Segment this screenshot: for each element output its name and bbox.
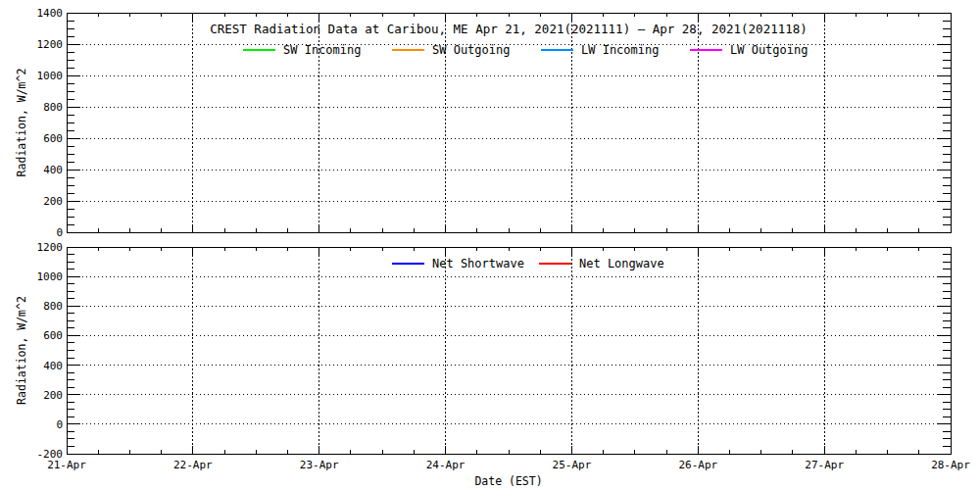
- y-tick-label: 1000: [37, 70, 64, 82]
- y-tick-label: 600: [43, 132, 63, 145]
- legend-item-sw-outgoing: SW Outgoing: [392, 43, 510, 57]
- x-tick-label: 28-Apr: [931, 459, 970, 471]
- x-ticks: [67, 247, 951, 454]
- plot-border: [67, 247, 951, 454]
- legend-label-lw-incoming: LW Incoming: [581, 43, 659, 57]
- y-tick-label: 1200: [37, 38, 64, 51]
- panel-text: 0200400600800100012001400Radiation, W/m^…: [15, 7, 808, 239]
- y-tick-label: 0: [56, 226, 63, 239]
- legend-label-lw-outgoing: LW Outgoing: [730, 43, 808, 57]
- y-tick-label: 400: [43, 360, 63, 372]
- legend-item-lw-outgoing: LW Outgoing: [690, 43, 808, 57]
- x-tick-label: 23-Apr: [300, 459, 339, 471]
- y-axis-label: Radiation, W/m^2: [15, 296, 28, 405]
- legend-item-lw-incoming: LW Incoming: [541, 43, 659, 57]
- gridlines-horizontal: [67, 276, 951, 424]
- y-tick-label: 1200: [37, 241, 64, 254]
- y-tick-label: 0: [56, 418, 63, 431]
- y-tick-label: 800: [43, 300, 63, 313]
- radiation-figure: 0200400600800100012001400Radiation, W/m^…: [0, 0, 980, 490]
- legend-label-sw-incoming: SW Incoming: [283, 43, 361, 57]
- legend-label-net-longwave: Net Longwave: [579, 257, 664, 270]
- x-tick-label: 21-Apr: [47, 459, 86, 471]
- x-axis-label: Date (EST): [474, 474, 542, 488]
- y-ticks: [67, 247, 951, 454]
- gridlines-horizontal: [67, 44, 951, 201]
- y-tick-label: 200: [43, 195, 63, 208]
- y-tick-label: 1000: [37, 270, 64, 283]
- panel-bottom: [67, 247, 951, 454]
- x-tick-label: 22-Apr: [173, 459, 213, 471]
- legend-item-net-longwave: Net Longwave: [539, 257, 664, 270]
- legend-label-sw-outgoing: SW Outgoing: [432, 43, 510, 57]
- x-tick-label: 26-Apr: [678, 459, 717, 471]
- y-axis-label: Radiation, W/m^2: [15, 69, 28, 177]
- y-tick-label: 1400: [37, 7, 64, 20]
- panel-text: -200020040060080010001200Radiation, W/m^…: [15, 241, 970, 488]
- y-tick-label: 600: [43, 329, 63, 342]
- crest-radiation-chart: 0200400600800100012001400Radiation, W/m^…: [0, 0, 980, 490]
- x-tick-label: 24-Apr: [426, 459, 466, 471]
- legend-label-net-shortwave: Net Shortwave: [432, 257, 524, 270]
- y-tick-label: 800: [43, 101, 63, 114]
- legend-item-net-shortwave: Net Shortwave: [392, 257, 524, 270]
- chart-title: CREST Radiation Data at Caribou, ME Apr …: [210, 22, 808, 36]
- y-tick-label: 400: [43, 164, 63, 176]
- y-tick-label: 200: [43, 389, 63, 402]
- x-tick-label: 27-Apr: [805, 459, 844, 471]
- x-tick-label: 25-Apr: [553, 459, 592, 471]
- legend-item-sw-incoming: SW Incoming: [243, 43, 361, 57]
- gridlines-vertical: [193, 247, 824, 454]
